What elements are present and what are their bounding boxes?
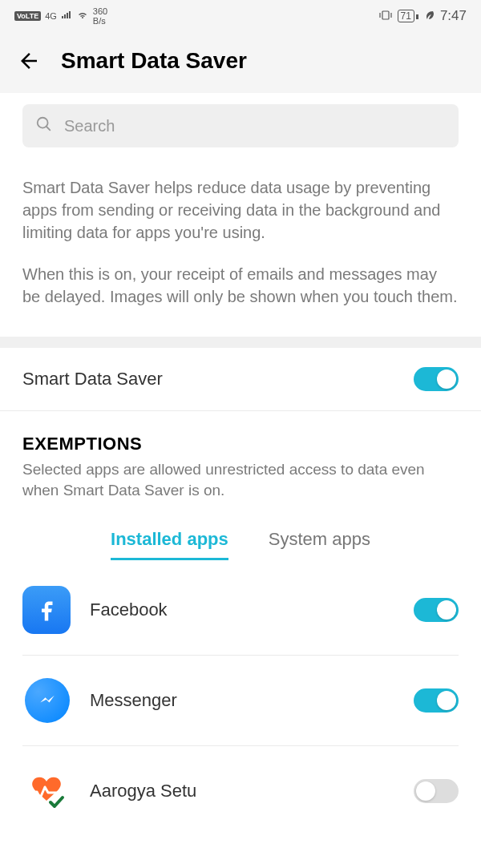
description-text: Smart Data Saver helps reduce data usage… bbox=[0, 147, 481, 337]
smart-data-saver-row: Smart Data Saver bbox=[0, 348, 481, 411]
app-toggle-aarogya[interactable] bbox=[414, 779, 459, 803]
network-4g: 4G bbox=[45, 12, 57, 21]
search-icon bbox=[35, 115, 53, 136]
vibrate-icon bbox=[378, 10, 393, 23]
wifi-icon bbox=[76, 10, 89, 22]
back-button[interactable] bbox=[16, 48, 42, 74]
app-list: Facebook Messenger bbox=[0, 565, 481, 836]
app-toggle-facebook[interactable] bbox=[414, 598, 459, 622]
tab-installed-apps[interactable]: Installed apps bbox=[111, 529, 228, 560]
app-row-aarogya: Aarogya Setu bbox=[22, 746, 459, 836]
smart-data-saver-toggle[interactable] bbox=[414, 367, 459, 391]
app-name-label: Facebook bbox=[90, 600, 394, 620]
app-name-label: Messenger bbox=[90, 690, 394, 711]
app-name-label: Aarogya Setu bbox=[90, 781, 394, 801]
status-left: VoLTE 4G 360 B/s bbox=[14, 6, 107, 26]
aarogya-icon bbox=[22, 767, 71, 815]
status-bar: VoLTE 4G 360 B/s 71 7:47 bbox=[0, 0, 481, 32]
svg-rect-3 bbox=[416, 14, 418, 19]
tab-system-apps[interactable]: System apps bbox=[269, 529, 370, 560]
exemptions-title: EXEMPTIONS bbox=[22, 434, 459, 454]
data-speed: 360 B/s bbox=[93, 6, 107, 26]
status-right: 71 7:47 bbox=[378, 8, 467, 24]
app-toggle-messenger[interactable] bbox=[414, 688, 459, 713]
exemptions-section: EXEMPTIONS Selected apps are allowed unr… bbox=[0, 411, 481, 500]
battery-indicator: 71 bbox=[398, 10, 414, 22]
smart-data-saver-label: Smart Data Saver bbox=[22, 369, 163, 390]
signal-icon bbox=[61, 10, 72, 22]
app-row-messenger: Messenger bbox=[22, 656, 459, 746]
battery-tip-icon bbox=[416, 10, 419, 22]
leaf-icon bbox=[424, 10, 435, 23]
messenger-icon bbox=[22, 676, 71, 725]
app-row-facebook: Facebook bbox=[22, 565, 459, 656]
page-title: Smart Data Saver bbox=[61, 48, 247, 74]
clock-time: 7:47 bbox=[440, 8, 467, 24]
svg-line-5 bbox=[46, 127, 51, 131]
volte-badge: VoLTE bbox=[14, 11, 41, 21]
section-divider bbox=[0, 337, 481, 348]
app-tabs: Installed apps System apps bbox=[0, 529, 481, 560]
exemptions-subtitle: Selected apps are allowed unrestricted a… bbox=[22, 459, 459, 500]
search-input[interactable]: Search bbox=[22, 104, 459, 147]
page-header: Smart Data Saver bbox=[0, 32, 481, 93]
search-placeholder: Search bbox=[64, 117, 115, 135]
facebook-icon bbox=[22, 586, 71, 634]
search-section: Search bbox=[0, 93, 481, 147]
arrow-left-icon bbox=[17, 49, 41, 73]
svg-rect-0 bbox=[382, 11, 389, 19]
